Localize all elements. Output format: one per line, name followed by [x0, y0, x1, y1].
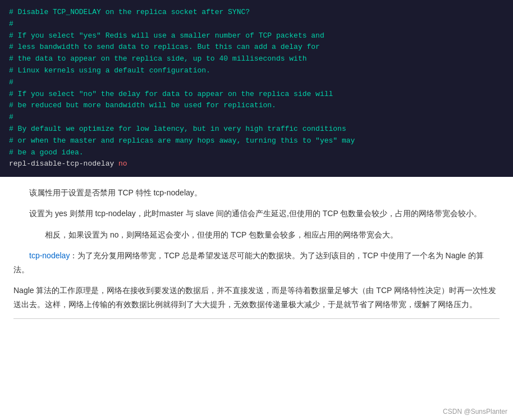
section-divider — [13, 318, 500, 319]
watermark: CSDN @SunsPlanter — [443, 408, 507, 416]
code-line-10: # — [9, 112, 504, 124]
paragraph-4: tcp-nodelay：为了充分复用网络带宽，TCP 总是希望发送尽可能大的数据… — [13, 249, 500, 277]
code-line-2: # — [9, 19, 504, 30]
text-content-area: 该属性用于设置是否禁用 TCP 特性 tcp-nodelay。 设置为 yes … — [0, 177, 513, 332]
paragraph-5: Nagle 算法的工作原理是，网络在接收到要发送的数据后，并不直接发送，而是等待… — [13, 284, 500, 312]
paragraph-3: 相反，如果设置为 no，则网络延迟会变小，但使用的 TCP 包数量会较多，相应占… — [13, 228, 500, 242]
code-line-4: # less bandwidth to send data to replica… — [9, 42, 504, 53]
code-line-13: # be a good idea. — [9, 147, 504, 159]
code-line-11: # By default we optimize for low latency… — [9, 124, 504, 135]
code-line-14: repl-disable-tcp-nodelay no — [9, 158, 504, 170]
code-line-9: # be reduced but more bandwidth will be … — [9, 100, 504, 112]
paragraph-2: 设置为 yes 则禁用 tcp-nodelay，此时master 与 slave… — [13, 207, 500, 221]
paragraph-1: 该属性用于设置是否禁用 TCP 特性 tcp-nodelay。 — [13, 186, 500, 200]
code-line-3: # If you select "yes" Redis will use a s… — [9, 30, 504, 42]
tcp-nodelay-term: tcp-nodelay — [29, 251, 70, 260]
code-line-1: # Disable TCP_NODELAY on the replica soc… — [9, 7, 504, 19]
code-line-5: # the data to appear on the replica side… — [9, 53, 504, 65]
code-block-container: # Disable TCP_NODELAY on the replica soc… — [0, 0, 513, 177]
code-line-12: # or when the master and replicas are ma… — [9, 135, 504, 147]
code-line-7: # — [9, 77, 504, 89]
code-line-8: # If you select "no" the delay for data … — [9, 89, 504, 101]
code-line-6: # Linux kernels using a default configur… — [9, 65, 504, 77]
